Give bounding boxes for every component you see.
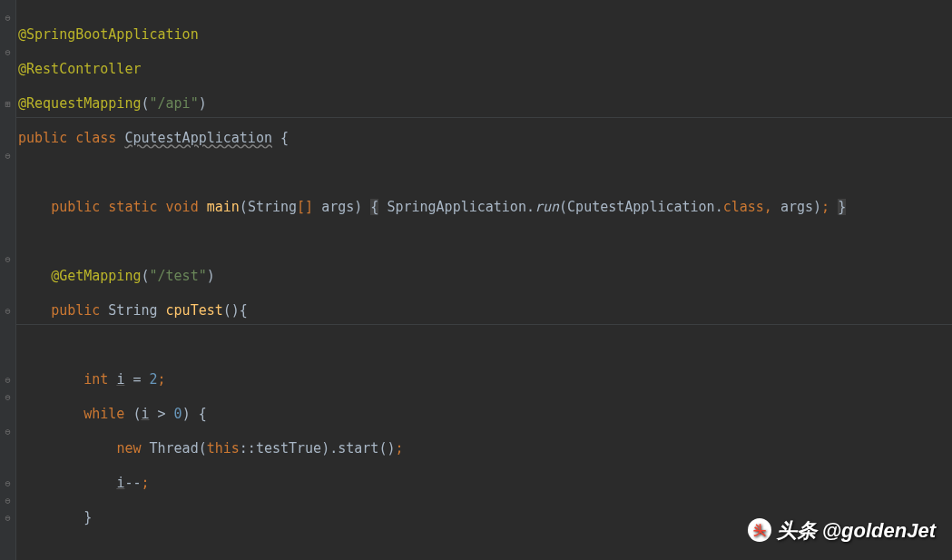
- variable: i: [116, 371, 124, 388]
- keyword: static: [108, 199, 157, 215]
- method-call: start: [338, 440, 378, 457]
- keyword: new: [116, 440, 141, 457]
- keyword: public: [51, 302, 100, 319]
- method-ref: testTrue: [256, 440, 321, 457]
- param: args: [780, 199, 813, 215]
- annotation: @RestController: [18, 61, 141, 77]
- keyword: class: [723, 199, 764, 215]
- gutter: ⊖ ⊖ ⊞ ⊖ ⊖ ⊖ ⊖ ⊖ ⊖ ⊖ ⊖ ⊖: [0, 0, 16, 560]
- string-literal: "/test": [150, 268, 207, 284]
- annotation: @RequestMapping: [18, 95, 141, 112]
- class-name: CputestApplication: [124, 130, 272, 146]
- annotation: @GetMapping: [51, 268, 141, 284]
- fold-icon[interactable]: ⊖: [3, 375, 13, 385]
- fold-icon[interactable]: ⊖: [3, 254, 13, 264]
- string-literal: "/api": [150, 95, 199, 112]
- watermark-text: @goldenJet: [822, 522, 936, 539]
- annotation: @SpringBootApplication: [18, 26, 199, 43]
- type: Thread: [150, 440, 199, 457]
- keyword: public: [51, 199, 100, 215]
- fold-icon[interactable]: ⊖: [3, 306, 13, 316]
- fold-icon[interactable]: ⊖: [3, 496, 13, 506]
- toutiao-icon: 头: [748, 518, 771, 542]
- type: String: [248, 199, 297, 215]
- fold-icon[interactable]: ⊖: [3, 13, 13, 23]
- fold-icon[interactable]: ⊖: [3, 151, 13, 161]
- method-call: run: [535, 199, 559, 215]
- keyword: public: [18, 130, 67, 146]
- fold-icon[interactable]: ⊖: [3, 47, 13, 57]
- fold-icon[interactable]: ⊞: [3, 99, 13, 109]
- code-editor[interactable]: @SpringBootApplication @RestController @…: [18, 9, 846, 560]
- number-literal: 0: [174, 406, 182, 422]
- keyword: int: [83, 371, 108, 388]
- watermark: 头 头条 @goldenJet: [748, 518, 936, 542]
- keyword: this: [207, 440, 240, 457]
- fold-icon[interactable]: ⊖: [3, 513, 13, 523]
- keyword: while: [83, 406, 124, 422]
- type: String: [108, 302, 157, 319]
- watermark-pre: 头条: [777, 522, 817, 539]
- variable: i: [141, 406, 149, 422]
- fold-icon[interactable]: ⊖: [3, 478, 13, 488]
- fold-icon[interactable]: ⊖: [3, 427, 13, 437]
- method-name: main: [207, 199, 240, 215]
- operator: --: [124, 475, 141, 491]
- keyword: void: [166, 199, 199, 215]
- fold-icon[interactable]: ⊖: [3, 392, 13, 402]
- param: args: [321, 199, 354, 215]
- keyword: class: [75, 130, 116, 146]
- type: SpringApplication: [387, 199, 526, 215]
- method-name: cpuTest: [166, 302, 223, 319]
- type: CputestApplication: [567, 199, 715, 215]
- number-literal: 2: [150, 371, 158, 388]
